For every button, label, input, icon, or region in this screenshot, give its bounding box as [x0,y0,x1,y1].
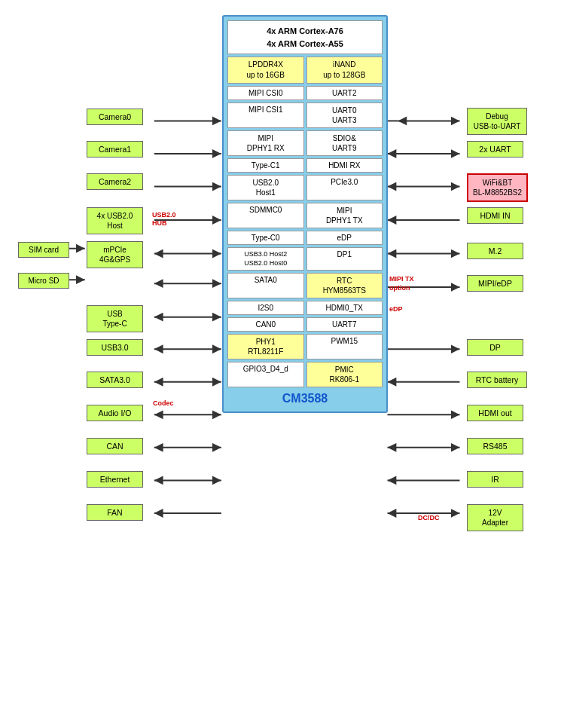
hdmiin-box: HDMI IN [467,207,523,224]
lpddr-cell: LPDDR4Xup to 16GB [227,57,304,84]
hdmi-out-label: HDMI out [478,408,511,418]
int-row-9: I2S0 HDMI0_TX [227,301,383,315]
int-row-4: USB2.0Host1 PCIe3.0 [227,175,383,200]
microsd-box: Micro SD [18,273,69,289]
hdmi-out-box: HDMI out [467,405,523,421]
int-row-1: MIPI CSI1 UART0UART3 [227,102,383,128]
simcard-box: SIM card [18,242,69,258]
ethernet-box: Ethernet [87,471,143,488]
uart2x-box: 2x UART [467,141,523,158]
mipi-edp-box: MIPI/eDP [467,275,523,292]
inand-cell: iNANDup to 128GB [306,57,383,84]
adapter12v-box: 12VAdapter [467,504,523,531]
camera1-label: Camera1 [99,145,131,154]
int-right-4: PCIe3.0 [306,175,383,200]
mpcie-label: mPCIe4G&GPS [99,246,130,264]
center-block: 4x ARM Cortex-A76 4x ARM Cortex-A55 LPDD… [222,15,388,413]
ir-box: IR [467,471,523,488]
usb30-box: USB3.0 [87,339,143,356]
int-right-0: UART2 [306,86,383,100]
int-right-10: UART7 [306,317,383,332]
int-row-7: USB3.0 Host2USB2.0 Host0 DP1 [227,247,383,271]
int-left-8: SATA0 [227,273,304,298]
sata30-label: SATA3.0 [99,375,130,384]
uart2x-label: 2x UART [479,145,511,154]
int-left-12: GPIO3_D4_d [227,362,304,387]
rs485-box: RS485 [467,438,523,454]
int-row-5: SDMMC0 MIPIDPHY1 TX [227,203,383,228]
fan-label: FAN [107,508,122,517]
int-row-8: SATA0 RTCHYM8563TS [227,273,383,298]
int-right-11: PWM15 [306,334,383,359]
usb30-label: USB3.0 [101,343,128,352]
int-left-10: CAN0 [227,317,304,332]
int-row-11: PHY1RTL8211F PWM15 [227,334,383,359]
debug-usb-box: DebugUSB-to-UART [467,108,527,135]
usb2-hub-label: USB2.0HUB [152,211,176,228]
memory-row: LPDDR4Xup to 16GB iNANDup to 128GB [227,57,383,84]
cpu-box: 4x ARM Cortex-A76 4x ARM Cortex-A55 [227,20,383,54]
int-row-3: Type-C1 HDMI RX [227,158,383,173]
int-left-4: USB2.0Host1 [227,175,304,200]
int-right-12: PMICRK806-1 [306,362,383,387]
int-left-6: Type-C0 [227,231,304,245]
m2-label: M.2 [489,246,502,255]
camera2-label: Camera2 [99,177,131,186]
fan-box: FAN [87,504,143,521]
mpcie-box: mPCIe4G&GPS [87,241,143,268]
audio-io-box: Audio I/O [87,405,143,421]
rtc-battery-box: RTC battery [467,372,527,388]
int-row-6: Type-C0 eDP [227,231,383,245]
int-right-9: HDMI0_TX [306,301,383,315]
int-left-3: Type-C1 [227,158,304,173]
int-left-2: MIPIDPHY1 RX [227,130,304,156]
camera2-box: Camera2 [87,173,143,190]
int-left-0: MIPI CSI0 [227,86,304,100]
rs485-label: RS485 [483,442,507,451]
int-left-7: USB3.0 Host2USB2.0 Host0 [227,247,304,271]
wifibt-box: WiFi&BTBL-M8852BS2 [467,173,528,202]
microsd-label: Micro SD [28,277,59,285]
int-right-2: SDIO&UART9 [306,130,383,156]
audio-io-label: Audio I/O [99,408,132,418]
usb-typec-box: USBType-C [87,305,143,332]
sata30-box: SATA3.0 [87,372,143,388]
cpu-line1: 4x ARM Cortex-A76 [267,26,343,35]
int-right-8: RTCHYM8563TS [306,273,383,298]
center-block-label: CM3588 [227,390,383,408]
int-row-12: GPIO3_D4_d PMICRK806-1 [227,362,383,387]
usb20-host-box: 4x USB2.0Host [87,207,143,234]
can-label: CAN [106,442,123,451]
usb-typec-label: USBType-C [102,310,127,328]
int-left-9: I2S0 [227,301,304,315]
int-left-5: SDMMC0 [227,203,304,228]
mipi-edp-label: MIPI/eDP [478,279,512,288]
rtc-battery-label: RTC battery [476,375,518,384]
wifibt-label: WiFi&BTBL-M8852BS2 [473,179,522,197]
m2-box: M.2 [467,243,523,259]
int-right-5: MIPIDPHY1 TX [306,203,383,228]
hdmiin-label: HDMI IN [480,211,510,220]
int-row-2: MIPIDPHY1 RX SDIO&UART9 [227,130,383,156]
int-left-1: MIPI CSI1 [227,102,304,128]
camera0-box: Camera0 [87,109,143,125]
codec-label: Codec [153,399,174,407]
camera0-label: Camera0 [99,112,131,121]
int-right-6: eDP [306,231,383,245]
camera1-box: Camera1 [87,141,143,158]
block-diagram: 4x ARM Cortex-A76 4x ARM Cortex-A55 LPDD… [8,8,553,723]
int-right-7: DP1 [306,247,383,271]
debug-usb-label: DebugUSB-to-UART [474,112,521,130]
ethernet-label: Ethernet [100,475,130,484]
ir-label: IR [491,475,499,484]
int-row-0: MIPI CSI0 UART2 [227,86,383,100]
mipi-tx-option-label: MIPI TXoption [389,275,414,292]
simcard-label: SIM card [29,246,59,254]
int-row-10: CAN0 UART7 [227,317,383,332]
int-right-1: UART0UART3 [306,102,383,128]
dc-dc-label: DC/DC [418,514,440,522]
adapter12v-label: 12VAdapter [482,509,508,527]
dp-box: DP [467,339,523,356]
int-left-11: PHY1RTL8211F [227,334,304,359]
dp-label: DP [489,343,501,352]
